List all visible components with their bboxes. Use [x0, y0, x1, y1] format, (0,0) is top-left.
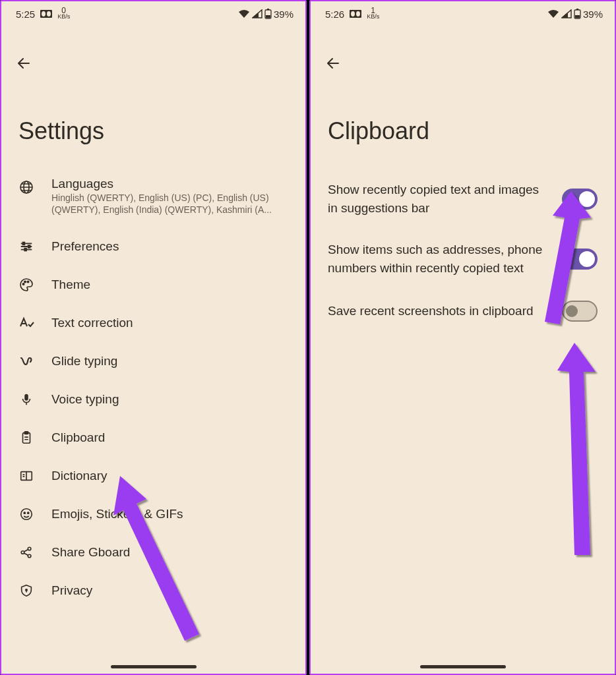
- setting-languages[interactable]: Languages Hinglish (QWERTY), English (US…: [16, 169, 291, 227]
- setting-emojis[interactable]: Emojis, Stickers & GIFs: [16, 495, 291, 533]
- signal-icon: [561, 9, 572, 18]
- svg-rect-5: [266, 15, 270, 18]
- setting-preferences[interactable]: Preferences: [16, 227, 291, 266]
- palette-icon: [18, 277, 34, 293]
- clipboard-settings-list: Show recently copied text and images in …: [311, 169, 615, 334]
- status-time: 5:26: [325, 9, 344, 20]
- status-time: 5:25: [16, 9, 35, 20]
- svg-rect-30: [576, 9, 578, 10]
- setting-label: Dictionary: [51, 469, 288, 483]
- page-title: Clipboard: [311, 71, 615, 169]
- battery-pct: 39%: [274, 9, 293, 20]
- toggle-show-recently-copied[interactable]: Show recently copied text and images in …: [325, 169, 600, 229]
- settings-list: Languages Hinglish (QWERTY), English (US…: [1, 169, 305, 610]
- toggle-switch[interactable]: [562, 189, 598, 210]
- svg-point-12: [24, 281, 26, 282]
- nav-indicator[interactable]: [420, 665, 506, 668]
- svg-rect-4: [267, 9, 269, 10]
- status-kbs: 0 KB/s: [57, 8, 70, 20]
- svg-point-28: [356, 11, 360, 16]
- setting-subtext: Hinglish (QWERTY), English (US) (PC), En…: [51, 192, 288, 216]
- toggle-switch[interactable]: [562, 301, 598, 322]
- svg-point-27: [351, 11, 355, 16]
- text-correction-icon: [18, 315, 34, 331]
- svg-rect-14: [24, 394, 28, 401]
- toggle-switch[interactable]: [562, 249, 598, 270]
- svg-point-13: [27, 281, 28, 282]
- svg-point-1: [42, 11, 46, 16]
- setting-label: Glide typing: [51, 354, 288, 368]
- page-title: Settings: [1, 71, 305, 169]
- status-bar: 5:25 0 KB/s 39%: [1, 1, 305, 22]
- status-dolby-icon: [40, 10, 52, 18]
- battery-icon: [264, 9, 272, 19]
- setting-theme[interactable]: Theme: [16, 266, 291, 304]
- signal-icon: [252, 9, 262, 18]
- status-bar: 5:26 1 KB/s 39%: [311, 1, 615, 22]
- setting-label: Theme: [51, 278, 288, 292]
- wifi-icon: [547, 9, 559, 18]
- svg-point-24: [26, 589, 27, 591]
- toggle-label: Save recent screenshots in clipboard: [328, 302, 550, 320]
- setting-share-gboard[interactable]: Share Gboard: [16, 533, 291, 572]
- back-button[interactable]: [325, 55, 615, 71]
- status-kbs: 1 KB/s: [367, 8, 379, 20]
- toggle-save-screenshots[interactable]: Save recent screenshots in clipboard: [325, 289, 600, 334]
- back-button[interactable]: [16, 55, 305, 71]
- svg-point-18: [21, 509, 32, 520]
- shield-icon: [18, 583, 34, 599]
- toggle-label: Show recently copied text and images in …: [328, 181, 550, 217]
- svg-point-20: [28, 512, 29, 514]
- setting-text-correction[interactable]: Text correction: [16, 304, 291, 342]
- svg-rect-9: [28, 245, 30, 248]
- settings-screen: 5:25 0 KB/s 39% Settings La: [0, 0, 307, 675]
- battery-pct: 39%: [583, 9, 603, 20]
- clipboard-icon: [18, 430, 34, 446]
- battery-icon: [574, 9, 581, 19]
- toggle-label: Show items such as addresses, phone numb…: [328, 241, 550, 277]
- dictionary-icon: [18, 468, 34, 484]
- svg-rect-16: [24, 432, 28, 434]
- setting-label: Text correction: [51, 316, 288, 330]
- setting-label: Languages: [51, 177, 288, 191]
- setting-label: Emojis, Stickers & GIFs: [51, 507, 288, 521]
- setting-label: Clipboard: [51, 430, 288, 445]
- setting-label: Voice typing: [51, 392, 288, 407]
- setting-privacy[interactable]: Privacy: [16, 572, 291, 610]
- svg-rect-10: [24, 249, 26, 251]
- svg-point-11: [22, 283, 24, 285]
- globe-icon: [18, 179, 34, 195]
- svg-rect-31: [575, 15, 580, 18]
- emoji-icon: [18, 506, 34, 522]
- setting-label: Preferences: [51, 239, 288, 254]
- toggle-show-addresses[interactable]: Show items such as addresses, phone numb…: [325, 229, 600, 289]
- mic-icon: [18, 392, 34, 407]
- wifi-icon: [238, 9, 250, 18]
- setting-voice-typing[interactable]: Voice typing: [16, 380, 291, 419]
- status-dolby-icon: [350, 10, 361, 18]
- svg-rect-8: [23, 243, 25, 245]
- share-icon: [18, 544, 34, 560]
- setting-label: Share Gboard: [51, 545, 288, 560]
- svg-point-2: [47, 11, 51, 16]
- sliders-icon: [18, 239, 34, 254]
- nav-indicator[interactable]: [111, 665, 197, 668]
- setting-label: Privacy: [51, 583, 288, 598]
- setting-clipboard[interactable]: Clipboard: [16, 419, 291, 457]
- svg-marker-33: [557, 343, 596, 555]
- svg-point-19: [24, 512, 25, 514]
- clipboard-screen: 5:26 1 KB/s 39% Clipboard Show recently …: [309, 0, 616, 675]
- glide-icon: [18, 353, 34, 369]
- setting-dictionary[interactable]: Dictionary: [16, 457, 291, 495]
- annotation-arrow: [528, 331, 607, 562]
- setting-glide-typing[interactable]: Glide typing: [16, 342, 291, 380]
